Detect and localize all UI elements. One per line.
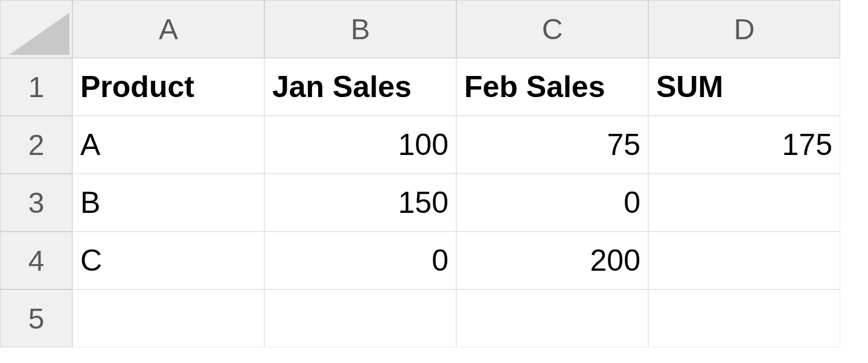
cell-B2[interactable]: 100 xyxy=(264,116,456,174)
row-header-4[interactable]: 4 xyxy=(0,232,72,289)
spreadsheet-grid: A B C D 1 Product Jan Sales Feb Sales SU… xyxy=(0,0,868,347)
cell-B4[interactable]: 0 xyxy=(264,232,456,289)
cell-D1[interactable]: SUM xyxy=(648,58,840,116)
column-header-A[interactable]: A xyxy=(72,0,264,58)
cell-D3[interactable] xyxy=(648,174,840,232)
cell-C2[interactable]: 75 xyxy=(456,116,648,174)
cell-B3[interactable]: 150 xyxy=(264,174,456,232)
cell-C3[interactable]: 0 xyxy=(456,174,648,232)
cell-C4[interactable]: 200 xyxy=(456,232,648,289)
column-header-C[interactable]: C xyxy=(456,0,648,58)
cell-D5[interactable] xyxy=(648,289,840,347)
row-header-5[interactable]: 5 xyxy=(0,289,72,347)
cell-A1[interactable]: Product xyxy=(72,58,264,116)
column-header-B[interactable]: B xyxy=(264,0,456,58)
cell-D4[interactable] xyxy=(648,232,840,289)
column-header-D[interactable]: D xyxy=(648,0,840,58)
cell-C5[interactable] xyxy=(456,289,648,347)
row-header-3[interactable]: 3 xyxy=(0,174,72,232)
cell-D2[interactable]: 175 xyxy=(648,116,840,174)
cell-B5[interactable] xyxy=(264,289,456,347)
cell-A4[interactable]: C xyxy=(72,232,264,289)
row-header-1[interactable]: 1 xyxy=(0,58,72,116)
cell-C1[interactable]: Feb Sales xyxy=(456,58,648,116)
row-header-2[interactable]: 2 xyxy=(0,116,72,174)
select-all-corner[interactable] xyxy=(0,0,72,58)
cell-B1[interactable]: Jan Sales xyxy=(264,58,456,116)
cell-A2[interactable]: A xyxy=(72,116,264,174)
cell-A5[interactable] xyxy=(72,289,264,347)
cell-A3[interactable]: B xyxy=(72,174,264,232)
